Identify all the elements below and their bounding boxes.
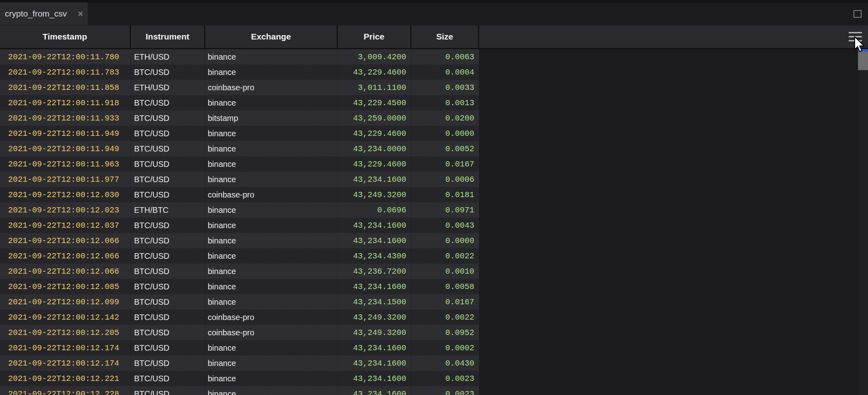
cell-instrument: ETH/USD bbox=[131, 49, 205, 64]
cell-instrument: ETH/USD bbox=[131, 80, 205, 95]
header-filler bbox=[479, 25, 868, 48]
cell-price: 43,249.3200 bbox=[338, 325, 411, 340]
table-row[interactable]: 2021-09-22T12:00:12.099BTC/USDbinance43,… bbox=[0, 294, 479, 310]
cell-size: 0.0971 bbox=[411, 202, 479, 218]
cell-price: 43,234.4300 bbox=[338, 248, 411, 264]
table-row[interactable]: 2021-09-22T12:00:11.933BTC/USDbitstamp43… bbox=[0, 110, 479, 126]
hamburger-menu-icon[interactable] bbox=[849, 32, 862, 42]
cell-exchange: binance bbox=[205, 218, 338, 233]
table-row[interactable]: 2021-09-22T12:00:12.030BTC/USDcoinbase-p… bbox=[0, 187, 479, 202]
cell-price: 43,234.1600 bbox=[338, 233, 411, 248]
cell-instrument: BTC/USD bbox=[131, 64, 205, 80]
scrollbar-thumb[interactable] bbox=[858, 52, 868, 70]
cell-price: 43,234.1600 bbox=[338, 218, 411, 233]
hamburger-line bbox=[849, 40, 862, 42]
table-row[interactable]: 2021-09-22T12:00:12.174BTC/USDbinance43,… bbox=[0, 356, 479, 371]
table-row[interactable]: 2021-09-22T12:00:11.858ETH/USDcoinbase-p… bbox=[0, 80, 479, 95]
cell-exchange: binance bbox=[205, 294, 338, 310]
cell-exchange: binance bbox=[205, 279, 338, 294]
table-row[interactable]: 2021-09-22T12:00:12.023ETH/BTCbinance0.0… bbox=[0, 202, 479, 218]
cell-timestamp: 2021-09-22T12:00:12.066 bbox=[0, 233, 131, 248]
cell-timestamp: 2021-09-22T12:00:12.205 bbox=[0, 325, 131, 340]
cell-exchange: bitstamp bbox=[205, 110, 338, 126]
table-row[interactable]: 2021-09-22T12:00:11.783BTC/USDbinance43,… bbox=[0, 64, 479, 80]
cell-timestamp: 2021-09-22T12:00:12.142 bbox=[0, 310, 131, 325]
table-row[interactable]: 2021-09-22T12:00:11.977BTC/USDbinance43,… bbox=[0, 172, 479, 187]
table-row[interactable]: 2021-09-22T12:00:12.142BTC/USDcoinbase-p… bbox=[0, 310, 479, 325]
cell-size: 0.0000 bbox=[411, 126, 479, 141]
cell-price: 43,229.4600 bbox=[338, 126, 411, 141]
column-header-timestamp[interactable]: Timestamp bbox=[0, 25, 131, 48]
hamburger-line bbox=[849, 32, 862, 33]
tab-crypto-from-csv[interactable]: crypto_from_csv ✕ bbox=[0, 2, 88, 25]
cell-price: 43,234.0000 bbox=[338, 141, 411, 156]
table-row[interactable]: 2021-09-22T12:00:12.221BTC/USDbinance43,… bbox=[0, 371, 479, 386]
cell-exchange: binance bbox=[205, 356, 338, 371]
table-row[interactable]: 2021-09-22T12:00:11.949BTC/USDbinance43,… bbox=[0, 141, 479, 156]
column-header-instrument[interactable]: Instrument bbox=[131, 25, 205, 48]
hamburger-line bbox=[849, 36, 862, 37]
cell-exchange: binance bbox=[205, 126, 338, 141]
cell-size: 0.0023 bbox=[411, 386, 479, 395]
cell-exchange: binance bbox=[205, 64, 338, 80]
cell-instrument: BTC/USD bbox=[131, 371, 205, 386]
cell-price: 43,234.1500 bbox=[338, 294, 411, 310]
cell-size: 0.0023 bbox=[411, 371, 479, 386]
cell-instrument: BTC/USD bbox=[131, 126, 205, 141]
table-row[interactable]: 2021-09-22T12:00:12.174BTC/USDbinance43,… bbox=[0, 340, 479, 356]
panel-square-icon[interactable] bbox=[854, 10, 862, 18]
table-row[interactable]: 2021-09-22T12:00:12.205BTC/USDcoinbase-p… bbox=[0, 325, 479, 340]
cell-price: 3,011.1100 bbox=[338, 80, 411, 95]
cell-instrument: BTC/USD bbox=[131, 110, 205, 126]
column-header-exchange[interactable]: Exchange bbox=[205, 25, 338, 48]
table-row[interactable]: 2021-09-22T12:00:12.037BTC/USDbinance43,… bbox=[0, 218, 479, 233]
cell-price: 43,259.0000 bbox=[338, 110, 411, 126]
table-row[interactable]: 2021-09-22T12:00:11.918BTC/USDbinance43,… bbox=[0, 95, 479, 110]
cell-price: 43,234.1600 bbox=[338, 172, 411, 187]
table-header: Timestamp Instrument Exchange Price Size bbox=[0, 25, 868, 49]
cell-size: 0.0043 bbox=[411, 218, 479, 233]
cell-instrument: BTC/USD bbox=[131, 141, 205, 156]
table-row[interactable]: 2021-09-22T12:00:12.066BTC/USDbinance43,… bbox=[0, 248, 479, 264]
cell-instrument: ETH/BTC bbox=[131, 202, 205, 218]
vertical-scrollbar[interactable] bbox=[858, 49, 868, 395]
cell-exchange: coinbase-pro bbox=[205, 325, 338, 340]
cell-exchange: binance bbox=[205, 264, 338, 279]
cell-price: 43,234.1600 bbox=[338, 371, 411, 386]
cell-instrument: BTC/USD bbox=[131, 294, 205, 310]
table-row[interactable]: 2021-09-22T12:00:11.949BTC/USDbinance43,… bbox=[0, 126, 479, 141]
table-row[interactable]: 2021-09-22T12:00:12.066BTC/USDbinance43,… bbox=[0, 264, 479, 279]
data-grid: 2021-09-22T12:00:11.780ETH/USDbinance3,0… bbox=[0, 49, 479, 395]
cell-size: 0.0022 bbox=[411, 310, 479, 325]
cell-exchange: binance bbox=[205, 141, 338, 156]
cell-exchange: binance bbox=[205, 172, 338, 187]
cell-price: 43,234.1600 bbox=[338, 279, 411, 294]
cell-size: 0.0004 bbox=[411, 64, 479, 80]
cell-size: 0.0010 bbox=[411, 264, 479, 279]
cell-exchange: binance bbox=[205, 49, 338, 64]
column-header-size[interactable]: Size bbox=[411, 25, 479, 48]
cell-size: 0.0167 bbox=[411, 294, 479, 310]
cell-exchange: binance bbox=[205, 156, 338, 172]
cell-timestamp: 2021-09-22T12:00:12.174 bbox=[0, 340, 131, 356]
cell-size: 0.0002 bbox=[411, 340, 479, 356]
cell-size: 0.0000 bbox=[411, 233, 479, 248]
cell-exchange: coinbase-pro bbox=[205, 310, 338, 325]
cell-exchange: binance bbox=[205, 386, 338, 395]
cell-instrument: BTC/USD bbox=[131, 386, 205, 395]
cell-instrument: BTC/USD bbox=[131, 95, 205, 110]
table-row[interactable]: 2021-09-22T12:00:12.085BTC/USDbinance43,… bbox=[0, 279, 479, 294]
cell-instrument: BTC/USD bbox=[131, 264, 205, 279]
cell-timestamp: 2021-09-22T12:00:11.783 bbox=[0, 64, 131, 80]
cell-instrument: BTC/USD bbox=[131, 156, 205, 172]
cell-timestamp: 2021-09-22T12:00:11.949 bbox=[0, 126, 131, 141]
table-row[interactable]: 2021-09-22T12:00:12.066BTC/USDbinance43,… bbox=[0, 233, 479, 248]
table-row[interactable]: 2021-09-22T12:00:11.780ETH/USDbinance3,0… bbox=[0, 49, 479, 64]
tab-close-icon[interactable]: ✕ bbox=[77, 10, 84, 18]
cell-instrument: BTC/USD bbox=[131, 218, 205, 233]
cell-timestamp: 2021-09-22T12:00:12.023 bbox=[0, 202, 131, 218]
table-row[interactable]: 2021-09-22T12:00:12.228BTC/USDbinance43,… bbox=[0, 386, 479, 395]
cell-size: 0.0181 bbox=[411, 187, 479, 202]
table-row[interactable]: 2021-09-22T12:00:11.963BTC/USDbinance43,… bbox=[0, 156, 479, 172]
column-header-price[interactable]: Price bbox=[338, 25, 411, 48]
